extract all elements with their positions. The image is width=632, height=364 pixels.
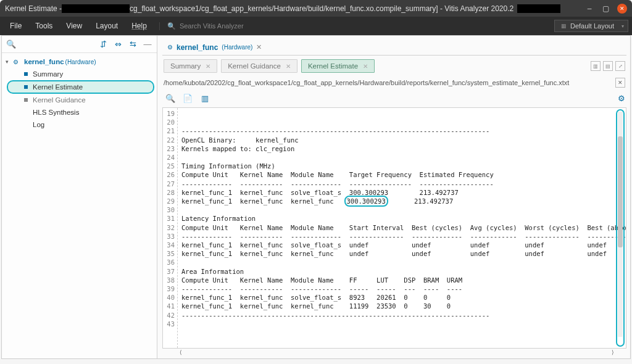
doc-tab-tag: (Hardware) xyxy=(222,44,252,51)
minimize-button[interactable]: – xyxy=(585,4,594,13)
layout-dropdown-label: Default Layout xyxy=(570,22,614,30)
horizontal-scrollbar[interactable]: ⟨ ⟩ xyxy=(162,349,626,357)
sub-tab-kernel-estimate[interactable]: Kernel Estimate ✕ xyxy=(301,59,375,73)
layout-dropdown[interactable]: ▦ Default Layout ▾ xyxy=(554,20,628,32)
settings-gear-icon[interactable]: ⚙ xyxy=(618,94,625,103)
kernel-icon: ⚙ xyxy=(13,59,22,65)
search-icon: 🔍 xyxy=(167,22,176,30)
window-title: Kernel Estimate - cg_float_workspace1/cg… xyxy=(5,4,585,13)
collapse-all-icon[interactable]: ⇵ xyxy=(96,38,110,51)
close-file-button[interactable]: ✕ xyxy=(615,78,625,88)
link-editor-icon[interactable]: ⇆ xyxy=(126,38,139,51)
chevron-down-icon: ▾ xyxy=(622,23,624,29)
bullet-icon xyxy=(24,85,28,89)
tree-item-kernel-estimate[interactable]: Kernel Estimate xyxy=(7,80,154,94)
doc-tab-kernel-func[interactable]: ⚙ kernel_func (Hardware) ✕ xyxy=(164,41,265,54)
tree-item-kernel-guidance[interactable]: Kernel Guidance xyxy=(2,94,157,106)
editor: 19 20 21 22 23 24 25 26 27 28 29 30 31 3… xyxy=(162,107,626,349)
tree-item-summary[interactable]: Summary xyxy=(2,68,157,80)
sub-tabs: Summary ✕ Kernel Guidance ✕ Kernel Estim… xyxy=(162,56,626,77)
scroll-right-icon[interactable]: ⟩ xyxy=(612,349,614,355)
layout-icon: ▦ xyxy=(561,23,567,29)
view-mode-1-icon[interactable]: ▥ xyxy=(591,61,601,71)
close-button[interactable]: ✕ xyxy=(617,4,627,14)
editor-toolbar: 🔍 📄 ▥ ⚙ xyxy=(162,91,626,107)
close-icon[interactable]: ✕ xyxy=(363,63,368,70)
caret-down-icon: ▾ xyxy=(6,59,13,65)
sub-tab-kernel-guidance[interactable]: Kernel Guidance ✕ xyxy=(221,59,297,73)
titlebar: Kernel Estimate - cg_float_workspace1/cg… xyxy=(0,0,632,17)
menu-layout[interactable]: Layout xyxy=(89,19,124,33)
bullet-icon xyxy=(24,98,28,102)
menubar-search[interactable]: 🔍 Search Vitis Analyzer xyxy=(159,22,244,30)
title-prefix: Kernel Estimate - xyxy=(5,4,62,13)
content-pane: ⚙ kernel_func (Hardware) ✕ Summary ✕ Ker… xyxy=(157,36,630,358)
menubar: File Tools View Layout Help 🔍 Search Vit… xyxy=(0,17,632,35)
view-mode-2-icon[interactable]: ▤ xyxy=(603,61,613,71)
line-gutter: 19 20 21 22 23 24 25 26 27 28 29 30 31 3… xyxy=(163,108,178,348)
sidebar: 🔍 ⇵ ⇔ ⇆ — ▾ ⚙ kernel_func (Hardware) Sum… xyxy=(2,36,157,358)
close-icon[interactable]: ✕ xyxy=(206,63,210,70)
document-tabs: ⚙ kernel_func (Hardware) ✕ xyxy=(162,39,626,56)
bullet-icon xyxy=(24,72,28,76)
minimize-pane-icon[interactable]: — xyxy=(141,38,154,51)
copy-icon[interactable]: 📄 xyxy=(181,91,194,105)
redacted-segment xyxy=(62,4,130,13)
code-area[interactable]: ----------------------------------------… xyxy=(178,108,626,348)
redacted-segment xyxy=(517,4,560,13)
menu-help[interactable]: Help xyxy=(125,19,153,33)
view-mode-buttons: ▥ ▤ ⤢ xyxy=(591,61,625,71)
file-path: /home/kubota/20202/cg_float_workspace1/c… xyxy=(164,79,615,86)
kernel-icon: ⚙ xyxy=(167,44,173,51)
tree-root[interactable]: ▾ ⚙ kernel_func (Hardware) xyxy=(2,56,157,68)
title-mid: cg_float_workspace1/cg_float_app_kernels… xyxy=(130,4,514,13)
report-tree: ▾ ⚙ kernel_func (Hardware) Summary Kerne… xyxy=(2,53,157,133)
doc-tab-label: kernel_func xyxy=(177,43,218,52)
search-icon[interactable]: 🔍 xyxy=(4,38,18,51)
menu-view[interactable]: View xyxy=(60,19,88,33)
maximize-button[interactable]: ▢ xyxy=(601,4,610,13)
main-area: 🔍 ⇵ ⇔ ⇆ — ▾ ⚙ kernel_func (Hardware) Sum… xyxy=(1,35,631,359)
vertical-scrollbar[interactable] xyxy=(618,112,623,337)
tree-item-log[interactable]: Log xyxy=(2,118,157,131)
menu-file[interactable]: File xyxy=(4,19,28,33)
sub-tab-summary[interactable]: Summary ✕ xyxy=(164,59,217,73)
view-mode-3-icon[interactable]: ⤢ xyxy=(615,61,625,71)
tree-item-hls-synthesis[interactable]: HLS Synthesis xyxy=(2,106,157,118)
close-tab-icon[interactable]: ✕ xyxy=(256,43,262,51)
search-placeholder: Search Vitis Analyzer xyxy=(180,22,244,30)
menu-tools[interactable]: Tools xyxy=(29,19,59,33)
expand-toggle-icon[interactable]: ⇔ xyxy=(111,38,125,51)
sidebar-toolbar: 🔍 ⇵ ⇔ ⇆ — xyxy=(2,36,157,53)
toggle-columns-icon[interactable]: ▥ xyxy=(198,91,212,105)
close-icon[interactable]: ✕ xyxy=(286,63,291,70)
scroll-left-icon[interactable]: ⟨ xyxy=(180,349,182,355)
scrollbar-thumb[interactable] xyxy=(618,136,623,247)
find-icon[interactable]: 🔍 xyxy=(164,91,177,105)
highlight-target-frequency: 300.300293 xyxy=(346,197,387,205)
file-path-row: /home/kubota/20202/cg_float_workspace1/c… xyxy=(162,77,626,91)
